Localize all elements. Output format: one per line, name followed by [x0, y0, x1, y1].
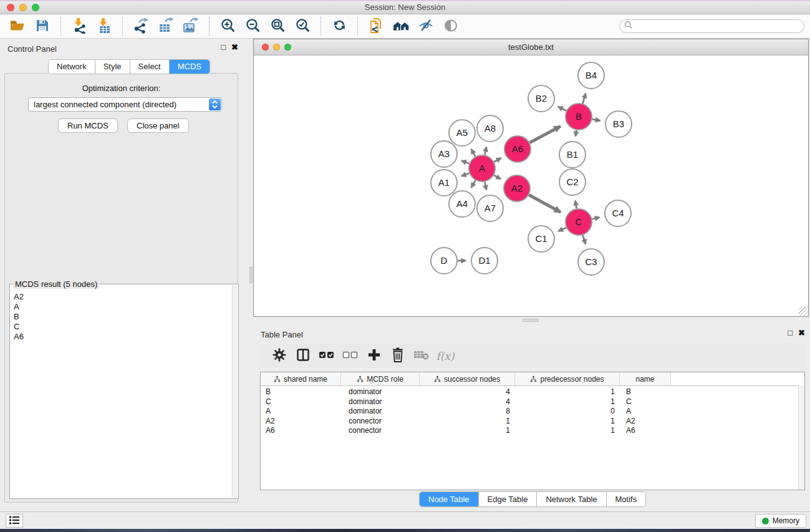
export-table-button[interactable] — [156, 16, 176, 36]
search-input[interactable] — [633, 21, 804, 31]
graph-node-B[interactable]: B — [566, 104, 592, 130]
graph-node-C1[interactable]: C1 — [528, 226, 554, 252]
graph-node-C[interactable]: C — [566, 209, 592, 235]
close-window-button[interactable] — [7, 4, 14, 11]
panel-divider-handle[interactable] — [249, 267, 253, 283]
table-row[interactable]: Bdominator41B — [261, 387, 804, 397]
graph-edge[interactable] — [461, 173, 469, 177]
select-all-button[interactable] — [315, 347, 339, 365]
close-panel-icon[interactable]: ✖ — [231, 43, 238, 51]
float-panel-icon[interactable]: □ — [221, 43, 226, 51]
graph-node-C3[interactable]: C3 — [578, 249, 604, 275]
column-header-mcds-role[interactable]: MCDS role — [341, 372, 420, 385]
graph-node-A5[interactable]: A5 — [449, 120, 475, 146]
function-builder-button[interactable]: f(x) — [433, 347, 457, 365]
open-session-button[interactable] — [7, 16, 27, 36]
graph-edge[interactable] — [494, 158, 501, 162]
graph-edge[interactable] — [529, 195, 561, 213]
tab-node-table[interactable]: Node Table — [420, 492, 479, 506]
graph-node-A1[interactable]: A1 — [431, 170, 457, 196]
tab-motifs[interactable]: Motifs — [607, 492, 646, 506]
graph-node-A4[interactable]: A4 — [449, 191, 475, 217]
mcds-result-item[interactable]: C — [14, 322, 231, 332]
network-overview-button[interactable] — [391, 16, 411, 36]
graph-node-A8[interactable]: A8 — [477, 115, 503, 142]
table-row[interactable]: A2connector11A2 — [261, 417, 804, 427]
graph-node-C4[interactable]: C4 — [605, 200, 631, 226]
tab-style[interactable]: Style — [95, 60, 130, 74]
graph-edge[interactable] — [471, 149, 476, 157]
mcds-result-item[interactable]: B — [14, 312, 231, 322]
task-history-button[interactable] — [6, 514, 23, 528]
save-session-button[interactable] — [32, 16, 52, 36]
minimize-network-button[interactable] — [273, 44, 280, 51]
resize-grip[interactable] — [799, 307, 808, 316]
close-panel-button[interactable]: Close panel — [127, 118, 189, 133]
graph-node-A2[interactable]: A2 — [504, 175, 530, 201]
import-network-button[interactable] — [69, 16, 89, 36]
graph-edge[interactable] — [592, 218, 600, 220]
scrollbar[interactable] — [798, 385, 804, 490]
network-graph[interactable]: B4B2BB3A8A5A6A3B1AA1C2A2A4A7C4CC1C3DD1 — [254, 56, 808, 316]
run-mcds-button[interactable]: Run MCDS — [58, 118, 118, 133]
graph-node-B1[interactable]: B1 — [559, 142, 586, 168]
graph-edge[interactable] — [583, 235, 586, 244]
column-header-successor-nodes[interactable]: successor nodes — [420, 372, 515, 385]
zoom-in-button[interactable] — [218, 16, 238, 36]
split-columns-button[interactable] — [291, 347, 315, 365]
export-image-button[interactable] — [181, 16, 201, 36]
graph-node-A[interactable]: A — [469, 155, 495, 181]
refresh-button[interactable] — [329, 16, 349, 36]
table-row[interactable]: Adominator80A — [261, 407, 804, 417]
graph-node-D[interactable]: D — [431, 248, 457, 274]
table-row[interactable]: A6connector11A6 — [261, 426, 804, 436]
zoom-network-button[interactable] — [284, 44, 291, 51]
graph-edge[interactable] — [558, 107, 566, 110]
memory-button[interactable]: Memory — [755, 514, 806, 528]
graph-edge[interactable] — [471, 180, 476, 188]
minimize-window-button[interactable] — [19, 4, 27, 11]
panel-divider-handle[interactable] — [523, 319, 539, 322]
graph-node-B3[interactable]: B3 — [605, 111, 632, 137]
graph-node-C2[interactable]: C2 — [559, 169, 586, 195]
tab-edge-table[interactable]: Edge Table — [479, 492, 538, 506]
show-graphics-button[interactable] — [441, 16, 461, 36]
column-header-predecessor-nodes[interactable]: predecessor nodes — [515, 372, 620, 385]
close-network-button[interactable] — [262, 44, 269, 51]
optimization-criterion-dropdown[interactable]: largest connected component (directed) — [28, 97, 222, 112]
mcds-result-item[interactable]: A6 — [14, 332, 231, 342]
graph-edge[interactable] — [529, 127, 560, 143]
column-header-shared-name[interactable]: shared name — [261, 372, 341, 385]
scrollbar[interactable] — [232, 285, 238, 498]
mcds-result-item[interactable]: A — [14, 302, 231, 312]
graph-edge[interactable] — [576, 201, 577, 209]
graph-node-B2[interactable]: B2 — [528, 85, 554, 112]
tab-select[interactable]: Select — [130, 60, 170, 74]
tab-network[interactable]: Network — [49, 60, 95, 74]
graph-node-D1[interactable]: D1 — [471, 248, 498, 274]
graph-edge[interactable] — [582, 94, 586, 104]
import-table-button[interactable] — [94, 16, 114, 36]
graph-node-A7[interactable]: A7 — [477, 195, 503, 221]
delete-row-button[interactable] — [386, 347, 410, 365]
zoom-fit-button[interactable] — [268, 16, 287, 36]
graph-edge[interactable] — [485, 147, 486, 155]
tab-network-table[interactable]: Network Table — [537, 492, 606, 506]
graph-node-B4[interactable]: B4 — [578, 62, 604, 89]
hide-graphics-button[interactable] — [416, 16, 436, 36]
tab-mcds[interactable]: MCDS — [170, 60, 210, 74]
export-network-button[interactable] — [131, 16, 151, 36]
graph-node-A6[interactable]: A6 — [504, 136, 531, 162]
float-panel-icon[interactable]: □ — [788, 329, 793, 337]
graph-node-A3[interactable]: A3 — [431, 141, 457, 167]
table-row[interactable]: Cdominator41C — [261, 397, 804, 407]
zoom-out-button[interactable] — [243, 16, 263, 36]
graph-edge[interactable] — [576, 130, 577, 137]
zoom-window-button[interactable] — [32, 4, 39, 11]
graph-edge[interactable] — [592, 119, 600, 120]
graph-edge[interactable] — [461, 161, 469, 164]
column-header-name[interactable]: name — [620, 372, 671, 385]
graph-edge[interactable] — [485, 182, 486, 190]
table-settings-button[interactable] — [268, 347, 291, 365]
zoom-selected-button[interactable] — [292, 16, 312, 36]
